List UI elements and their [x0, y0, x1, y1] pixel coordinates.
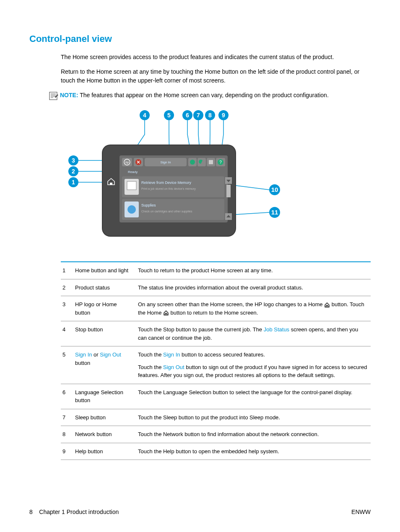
sign-in-link-2[interactable]: Sign In — [163, 351, 180, 358]
svg-point-50 — [127, 205, 136, 214]
svg-text:Check on cartridges and other : Check on cartridges and other supplies — [141, 210, 192, 213]
svg-text:3: 3 — [72, 157, 75, 164]
svg-text:2: 2 — [72, 168, 75, 175]
svg-text:Print a job stored on this dev: Print a job stored on this device's memo… — [141, 187, 196, 191]
section-heading: Control-panel view — [29, 34, 371, 44]
svg-text:4: 4 — [143, 112, 146, 119]
sign-in-link[interactable]: Sign In — [75, 351, 92, 358]
note-icon — [48, 91, 60, 101]
intro-para-2: Return to the Home screen at any time by… — [61, 67, 371, 85]
svg-text:6: 6 — [186, 112, 189, 119]
control-panel-diagram: 4 5 6 7 8 9 3 2 1 10 11 — [61, 109, 371, 249]
svg-text:Ready: Ready — [128, 170, 138, 174]
svg-text:Sign In: Sign In — [161, 160, 171, 164]
svg-rect-46 — [127, 181, 136, 190]
svg-text:1: 1 — [72, 179, 75, 186]
note-label: NOTE: — [60, 92, 78, 98]
note-block: NOTE: The features that appear on the Ho… — [48, 91, 371, 101]
sign-out-link-2[interactable]: Sign Out — [163, 364, 184, 370]
svg-text:?: ? — [219, 160, 222, 165]
intro-para-1: The Home screen provides access to the p… — [61, 53, 371, 62]
svg-text:10: 10 — [271, 186, 278, 193]
home-icon — [324, 302, 330, 307]
svg-text:5: 5 — [167, 112, 171, 119]
svg-rect-37 — [209, 160, 213, 164]
svg-text:8: 8 — [208, 112, 212, 119]
footer-right: ENWW — [351, 509, 371, 515]
job-status-link[interactable]: Job Status — [264, 326, 289, 333]
svg-text:hp: hp — [125, 161, 129, 164]
svg-rect-42 — [110, 183, 112, 185]
sign-out-link[interactable]: Sign Out — [100, 351, 121, 358]
page-number: 8 — [29, 509, 33, 515]
note-text: The features that appear on the Home scr… — [80, 92, 329, 98]
svg-point-34 — [190, 160, 195, 165]
reference-table: 1Home button and lightTouch to return to… — [61, 261, 371, 460]
svg-text:7: 7 — [197, 112, 200, 119]
chapter-label: Chapter 1 Product introduction — [39, 509, 119, 515]
svg-text:Supplies: Supplies — [141, 203, 156, 207]
page-footer: 8 Chapter 1 Product introduction ENWW — [29, 509, 371, 515]
home-icon — [163, 310, 169, 315]
row3-desc: On any screen other than the Home screen… — [136, 296, 371, 321]
svg-text:11: 11 — [271, 209, 278, 216]
svg-text:9: 9 — [222, 112, 225, 119]
svg-text:Retrieve from Device Memory: Retrieve from Device Memory — [141, 181, 192, 185]
svg-rect-55 — [226, 185, 231, 197]
